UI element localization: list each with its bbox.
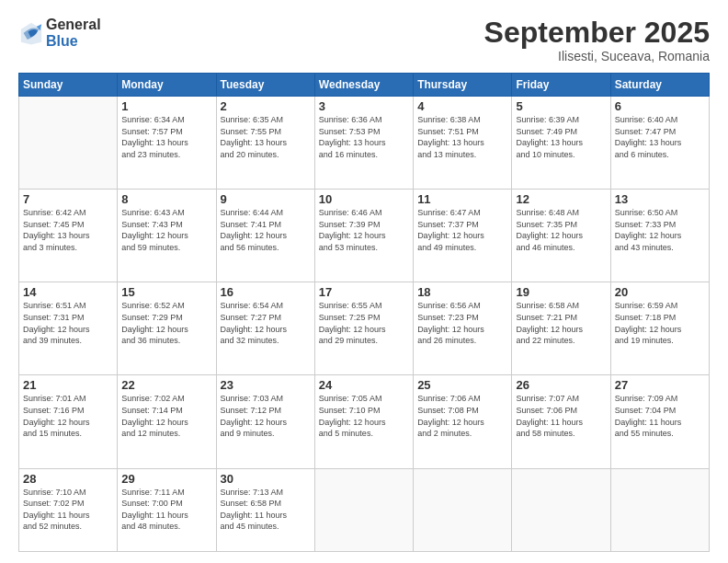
title-block: September 2025 Ilisesti, Suceava, Romani… xyxy=(484,17,710,63)
table-row: 10Sunrise: 6:46 AM Sunset: 7:39 PM Dayli… xyxy=(314,190,413,282)
table-row: 28Sunrise: 7:10 AM Sunset: 7:02 PM Dayli… xyxy=(19,468,118,552)
day-number: 7 xyxy=(23,192,113,206)
day-info: Sunrise: 7:13 AM Sunset: 6:58 PM Dayligh… xyxy=(221,487,311,533)
day-number: 14 xyxy=(23,285,113,299)
day-info: Sunrise: 7:02 AM Sunset: 7:14 PM Dayligh… xyxy=(121,393,211,439)
table-row: 8Sunrise: 6:43 AM Sunset: 7:43 PM Daylig… xyxy=(118,190,216,282)
table-row xyxy=(314,468,413,552)
day-number: 11 xyxy=(417,192,507,206)
day-info: Sunrise: 6:34 AM Sunset: 7:57 PM Dayligh… xyxy=(121,114,211,160)
header-friday: Friday xyxy=(512,74,610,97)
day-info: Sunrise: 6:47 AM Sunset: 7:37 PM Dayligh… xyxy=(417,207,507,253)
table-row: 15Sunrise: 6:52 AM Sunset: 7:29 PM Dayli… xyxy=(118,282,216,375)
day-number: 2 xyxy=(221,99,311,113)
day-info: Sunrise: 6:40 AM Sunset: 7:47 PM Dayligh… xyxy=(615,114,705,160)
day-info: Sunrise: 6:50 AM Sunset: 7:33 PM Dayligh… xyxy=(615,207,705,253)
day-info: Sunrise: 6:43 AM Sunset: 7:43 PM Dayligh… xyxy=(121,207,211,253)
week-row-4: 21Sunrise: 7:01 AM Sunset: 7:16 PM Dayli… xyxy=(19,375,710,468)
header-tuesday: Tuesday xyxy=(216,74,314,97)
day-number: 29 xyxy=(121,472,211,486)
day-info: Sunrise: 7:06 AM Sunset: 7:08 PM Dayligh… xyxy=(417,393,507,439)
day-info: Sunrise: 6:51 AM Sunset: 7:31 PM Dayligh… xyxy=(23,300,113,346)
header-monday: Monday xyxy=(118,74,216,97)
day-number: 24 xyxy=(319,378,409,392)
day-info: Sunrise: 6:35 AM Sunset: 7:55 PM Dayligh… xyxy=(221,114,311,160)
table-row: 18Sunrise: 6:56 AM Sunset: 7:23 PM Dayli… xyxy=(414,282,512,375)
table-row: 24Sunrise: 7:05 AM Sunset: 7:10 PM Dayli… xyxy=(314,375,413,468)
day-number: 16 xyxy=(221,285,311,299)
header: General Blue September 2025 Ilisesti, Su… xyxy=(18,17,710,63)
table-row: 11Sunrise: 6:47 AM Sunset: 7:37 PM Dayli… xyxy=(414,190,512,282)
day-number: 25 xyxy=(417,378,507,392)
day-info: Sunrise: 6:56 AM Sunset: 7:23 PM Dayligh… xyxy=(417,300,507,346)
logo: General Blue xyxy=(18,17,101,49)
header-saturday: Saturday xyxy=(610,74,709,97)
day-info: Sunrise: 7:09 AM Sunset: 7:04 PM Dayligh… xyxy=(615,393,705,439)
table-row: 27Sunrise: 7:09 AM Sunset: 7:04 PM Dayli… xyxy=(610,375,709,468)
day-number: 30 xyxy=(221,472,311,486)
day-info: Sunrise: 6:38 AM Sunset: 7:51 PM Dayligh… xyxy=(417,114,507,160)
logo-general: General xyxy=(46,17,101,33)
table-row: 19Sunrise: 6:58 AM Sunset: 7:21 PM Dayli… xyxy=(512,282,610,375)
day-info: Sunrise: 6:52 AM Sunset: 7:29 PM Dayligh… xyxy=(121,300,211,346)
table-row: 13Sunrise: 6:50 AM Sunset: 7:33 PM Dayli… xyxy=(610,190,709,282)
day-number: 3 xyxy=(319,99,409,113)
table-row: 29Sunrise: 7:11 AM Sunset: 7:00 PM Dayli… xyxy=(118,468,216,552)
day-info: Sunrise: 6:55 AM Sunset: 7:25 PM Dayligh… xyxy=(319,300,409,346)
table-row: 1Sunrise: 6:34 AM Sunset: 7:57 PM Daylig… xyxy=(118,97,216,190)
day-number: 17 xyxy=(319,285,409,299)
table-row: 21Sunrise: 7:01 AM Sunset: 7:16 PM Dayli… xyxy=(19,375,118,468)
week-row-3: 14Sunrise: 6:51 AM Sunset: 7:31 PM Dayli… xyxy=(19,282,710,375)
day-number: 12 xyxy=(516,192,606,206)
day-info: Sunrise: 6:42 AM Sunset: 7:45 PM Dayligh… xyxy=(23,207,113,253)
day-number: 21 xyxy=(23,378,113,392)
day-number: 6 xyxy=(615,99,705,113)
day-info: Sunrise: 6:39 AM Sunset: 7:49 PM Dayligh… xyxy=(516,114,606,160)
day-info: Sunrise: 7:10 AM Sunset: 7:02 PM Dayligh… xyxy=(23,487,113,533)
page: General Blue September 2025 Ilisesti, Su… xyxy=(0,0,728,563)
table-row: 2Sunrise: 6:35 AM Sunset: 7:55 PM Daylig… xyxy=(216,97,314,190)
day-number: 19 xyxy=(516,285,606,299)
table-row: 14Sunrise: 6:51 AM Sunset: 7:31 PM Dayli… xyxy=(19,282,118,375)
day-number: 28 xyxy=(23,472,113,486)
day-info: Sunrise: 6:54 AM Sunset: 7:27 PM Dayligh… xyxy=(221,300,311,346)
day-number: 22 xyxy=(121,378,211,392)
day-number: 15 xyxy=(121,285,211,299)
table-row: 5Sunrise: 6:39 AM Sunset: 7:49 PM Daylig… xyxy=(512,97,610,190)
table-row: 23Sunrise: 7:03 AM Sunset: 7:12 PM Dayli… xyxy=(216,375,314,468)
table-row xyxy=(19,97,118,190)
header-sunday: Sunday xyxy=(19,74,118,97)
table-row: 16Sunrise: 6:54 AM Sunset: 7:27 PM Dayli… xyxy=(216,282,314,375)
table-row: 6Sunrise: 6:40 AM Sunset: 7:47 PM Daylig… xyxy=(610,97,709,190)
table-row: 4Sunrise: 6:38 AM Sunset: 7:51 PM Daylig… xyxy=(414,97,512,190)
table-row xyxy=(610,468,709,552)
header-wednesday: Wednesday xyxy=(314,74,413,97)
day-info: Sunrise: 6:48 AM Sunset: 7:35 PM Dayligh… xyxy=(516,207,606,253)
general-blue-icon xyxy=(18,20,44,46)
day-info: Sunrise: 7:11 AM Sunset: 7:00 PM Dayligh… xyxy=(121,487,211,533)
table-row: 26Sunrise: 7:07 AM Sunset: 7:06 PM Dayli… xyxy=(512,375,610,468)
table-row xyxy=(512,468,610,552)
day-number: 13 xyxy=(615,192,705,206)
day-info: Sunrise: 6:36 AM Sunset: 7:53 PM Dayligh… xyxy=(319,114,409,160)
table-row: 3Sunrise: 6:36 AM Sunset: 7:53 PM Daylig… xyxy=(314,97,413,190)
day-number: 18 xyxy=(417,285,507,299)
table-row: 22Sunrise: 7:02 AM Sunset: 7:14 PM Dayli… xyxy=(118,375,216,468)
day-number: 8 xyxy=(121,192,211,206)
table-row: 25Sunrise: 7:06 AM Sunset: 7:08 PM Dayli… xyxy=(414,375,512,468)
day-number: 10 xyxy=(319,192,409,206)
calendar: Sunday Monday Tuesday Wednesday Thursday… xyxy=(18,73,710,552)
day-number: 26 xyxy=(516,378,606,392)
day-info: Sunrise: 7:07 AM Sunset: 7:06 PM Dayligh… xyxy=(516,393,606,439)
day-number: 5 xyxy=(516,99,606,113)
table-row: 9Sunrise: 6:44 AM Sunset: 7:41 PM Daylig… xyxy=(216,190,314,282)
table-row xyxy=(414,468,512,552)
header-thursday: Thursday xyxy=(414,74,512,97)
day-info: Sunrise: 6:58 AM Sunset: 7:21 PM Dayligh… xyxy=(516,300,606,346)
location: Ilisesti, Suceava, Romania xyxy=(484,49,710,63)
day-info: Sunrise: 6:44 AM Sunset: 7:41 PM Dayligh… xyxy=(221,207,311,253)
month-title: September 2025 xyxy=(484,17,710,49)
logo-blue: Blue xyxy=(46,33,101,50)
day-number: 27 xyxy=(615,378,705,392)
week-row-1: 1Sunrise: 6:34 AM Sunset: 7:57 PM Daylig… xyxy=(19,97,710,190)
